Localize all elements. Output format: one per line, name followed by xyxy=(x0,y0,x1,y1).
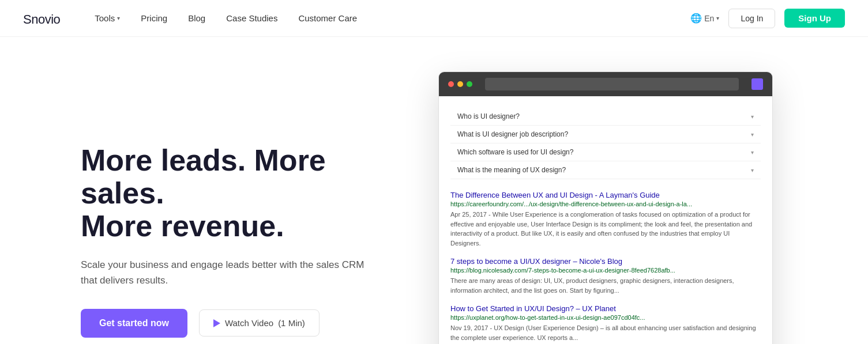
nav-item-pricing[interactable]: Pricing xyxy=(141,13,167,23)
watch-video-button[interactable]: Watch Video (1 Min) xyxy=(199,309,320,337)
globe-icon: 🌐 xyxy=(690,13,702,24)
result-url: https://uxplanet.org/how-to-get-started-… xyxy=(450,314,761,321)
browser-traffic-lights xyxy=(448,81,472,87)
nav-item-case-studies[interactable]: Case Studies xyxy=(226,13,277,23)
header-right: 🌐 En ▾ Log In Sign Up xyxy=(690,9,845,28)
result-url: https://blog.nicolesady.com/7-steps-to-b… xyxy=(450,267,761,274)
chevron-down-icon: ▾ xyxy=(716,15,719,21)
url-bar[interactable] xyxy=(485,78,739,90)
watch-duration: (1 Min) xyxy=(278,318,305,328)
browser-window-wrapper: Who is UI designer? ▾ What is UI designe… xyxy=(438,71,773,344)
faq-item[interactable]: Who is UI designer? ▾ xyxy=(450,108,761,126)
browser-window: Who is UI designer? ▾ What is UI designe… xyxy=(438,71,773,344)
search-result: 7 steps to become a UI/UX designer – Nic… xyxy=(450,257,761,295)
nav-item-customer-care[interactable]: Customer Care xyxy=(298,13,357,23)
close-dot xyxy=(448,81,454,87)
result-title[interactable]: 7 steps to become a UI/UX designer – Nic… xyxy=(450,257,761,266)
faq-item[interactable]: Which software is used for UI design? ▾ xyxy=(450,143,761,161)
result-snippet: Apr 25, 2017 - While User Experience is … xyxy=(450,210,761,248)
maximize-dot xyxy=(467,81,472,87)
minimize-dot xyxy=(457,81,463,87)
result-url: https://careerfoundry.com/.../ux-design/… xyxy=(450,201,761,207)
main-nav: Tools ▾ Pricing Blog Case Studies Custom… xyxy=(95,13,690,23)
hero-section: More leads. More sales. More revenue. Sc… xyxy=(0,37,868,344)
chevron-icon: ▾ xyxy=(751,149,754,156)
header: Snovio Tools ▾ Pricing Blog Case Studies… xyxy=(0,0,868,37)
login-button[interactable]: Log In xyxy=(728,9,775,28)
search-result: How to Get Started in UX/UI Design? – UX… xyxy=(450,304,761,342)
language-selector[interactable]: 🌐 En ▾ xyxy=(690,13,719,24)
play-icon xyxy=(213,319,220,327)
hero-buttons: Get started now Watch Video (1 Min) xyxy=(81,309,404,338)
faq-item[interactable]: What is the meaning of UX design? ▾ xyxy=(450,161,761,179)
extension-icon xyxy=(751,78,763,90)
chevron-down-icon: ▾ xyxy=(117,15,120,21)
hero-title-line1: More leads. More sales. xyxy=(81,143,326,210)
hero-title: More leads. More sales. More revenue. xyxy=(81,144,404,243)
watch-label: Watch Video xyxy=(225,318,273,328)
signup-button[interactable]: Sign Up xyxy=(784,9,845,28)
language-label: En xyxy=(704,14,714,23)
browser-content: Who is UI designer? ▾ What is UI designe… xyxy=(439,96,772,344)
get-started-button[interactable]: Get started now xyxy=(81,309,187,338)
result-snippet: Nov 19, 2017 - UX Design (User Experienc… xyxy=(450,323,761,342)
result-snippet: There are many areas of design: UI, UX, … xyxy=(450,276,761,295)
hero-content: More leads. More sales. More revenue. Sc… xyxy=(81,144,404,338)
logo-main: Snov xyxy=(23,12,51,27)
search-result: The Difference Between UX and UI Design … xyxy=(450,191,761,248)
nav-item-tools[interactable]: Tools ▾ xyxy=(95,13,120,23)
hero-title-line2: More revenue. xyxy=(81,209,284,243)
result-title[interactable]: The Difference Between UX and UI Design … xyxy=(450,191,761,199)
chevron-icon: ▾ xyxy=(751,167,754,173)
browser-bar xyxy=(439,72,772,96)
result-title[interactable]: How to Get Started in UX/UI Design? – UX… xyxy=(450,304,761,313)
faq-section: Who is UI designer? ▾ What is UI designe… xyxy=(450,108,761,179)
logo[interactable]: Snovio xyxy=(23,9,60,28)
faq-item[interactable]: What is UI designer job description? ▾ xyxy=(450,126,761,143)
nav-item-blog[interactable]: Blog xyxy=(188,13,205,23)
hero-subtitle: Scale your business and engage leads bet… xyxy=(81,257,369,288)
chevron-icon: ▾ xyxy=(751,114,754,120)
logo-suffix: io xyxy=(51,12,60,27)
chevron-icon: ▾ xyxy=(751,131,754,138)
